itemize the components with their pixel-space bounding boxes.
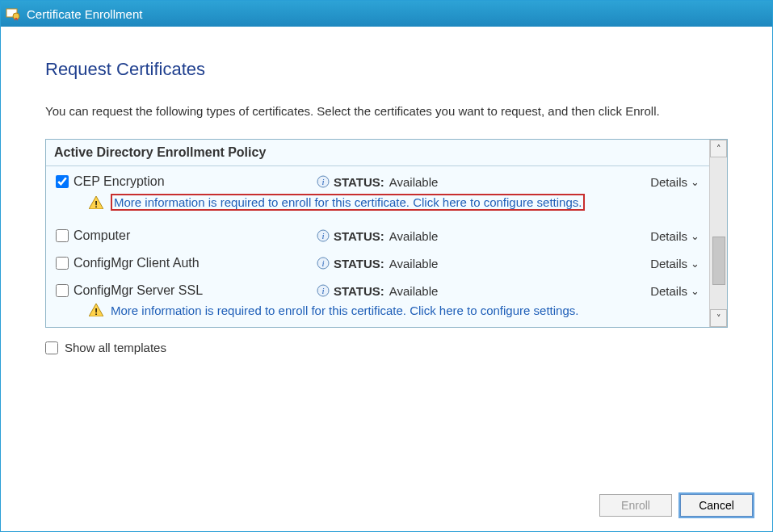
show-all-templates-checkbox[interactable] xyxy=(45,341,58,354)
status-value: Available xyxy=(389,229,439,243)
cert-name: Computer xyxy=(74,228,316,243)
chevron-down-icon: ⌄ xyxy=(691,230,699,242)
details-toggle[interactable]: Details ⌄ xyxy=(650,175,699,189)
details-toggle[interactable]: Details ⌄ xyxy=(650,257,699,270)
info-icon: i xyxy=(316,283,330,298)
policy-list: Active Directory Enrollment Policy CEP E… xyxy=(46,140,709,327)
cert-checkbox-cep-encryption[interactable] xyxy=(56,175,69,188)
status-label: STATUS: xyxy=(334,175,384,189)
cert-name: CEP Encryption xyxy=(74,174,316,189)
status-value: Available xyxy=(389,257,439,270)
info-icon: i xyxy=(316,228,330,243)
policy-box: Active Directory Enrollment Policy CEP E… xyxy=(45,139,728,328)
svg-text:i: i xyxy=(321,231,324,241)
cert-name: ConfigMgr Server SSL xyxy=(74,283,316,298)
cert-checkbox-computer[interactable] xyxy=(56,229,69,242)
warning-icon: ! xyxy=(88,303,104,317)
window-title: Certificate Enrollment xyxy=(27,7,142,21)
info-icon: i xyxy=(316,256,330,270)
vertical-scrollbar[interactable]: ˄ ˅ xyxy=(709,140,727,327)
scroll-down-button[interactable]: ˅ xyxy=(710,309,727,327)
status-label: STATUS: xyxy=(334,284,384,298)
chevron-down-icon: ⌄ xyxy=(691,258,699,270)
svg-text:i: i xyxy=(321,286,324,295)
cert-row-configmgr-server-ssl: ConfigMgr Server SSL i STATUS: Available… xyxy=(46,275,709,327)
info-icon: i xyxy=(316,174,330,189)
chevron-down-icon: ⌄ xyxy=(691,285,699,297)
status-label: STATUS: xyxy=(334,257,384,270)
show-all-templates-row[interactable]: Show all templates xyxy=(45,341,728,354)
svg-text:i: i xyxy=(321,177,324,186)
titlebar: Certificate Enrollment xyxy=(1,1,772,27)
policy-header: Active Directory Enrollment Policy xyxy=(46,140,709,166)
cert-checkbox-configmgr-server-ssl[interactable] xyxy=(56,284,69,297)
cancel-button[interactable]: Cancel xyxy=(680,494,753,517)
status-value: Available xyxy=(389,175,439,189)
cert-row-configmgr-client-auth: ConfigMgr Client Auth i STATUS: Availabl… xyxy=(46,248,709,275)
page-heading: Request Certificates xyxy=(45,59,728,80)
scroll-thumb[interactable] xyxy=(712,237,725,285)
cert-name: ConfigMgr Client Auth xyxy=(74,256,316,270)
page-description: You can request the following types of c… xyxy=(45,103,728,119)
button-row: Enroll Cancel xyxy=(599,494,753,517)
chevron-down-icon: ⌄ xyxy=(691,176,699,188)
svg-text:!: ! xyxy=(95,307,98,316)
cert-row-cep-encryption: CEP Encryption i STATUS: Available Detai… xyxy=(46,166,709,220)
show-all-templates-label: Show all templates xyxy=(65,341,166,354)
warning-icon: ! xyxy=(88,195,104,210)
svg-text:i: i xyxy=(321,258,324,268)
status-value: Available xyxy=(389,284,439,298)
details-toggle[interactable]: Details ⌄ xyxy=(650,229,699,243)
more-info-link[interactable]: More information is required to enroll f… xyxy=(111,304,578,317)
scroll-up-button[interactable]: ˄ xyxy=(710,140,727,157)
enroll-button[interactable]: Enroll xyxy=(599,494,672,517)
svg-text:!: ! xyxy=(95,199,98,208)
certificate-app-icon xyxy=(6,6,20,21)
details-toggle[interactable]: Details ⌄ xyxy=(650,284,699,298)
more-info-link[interactable]: More information is required to enroll f… xyxy=(111,194,585,211)
cert-row-computer: Computer i STATUS: Available Details ⌄ xyxy=(46,220,709,248)
cert-checkbox-configmgr-client-auth[interactable] xyxy=(56,257,69,270)
status-label: STATUS: xyxy=(334,229,384,243)
